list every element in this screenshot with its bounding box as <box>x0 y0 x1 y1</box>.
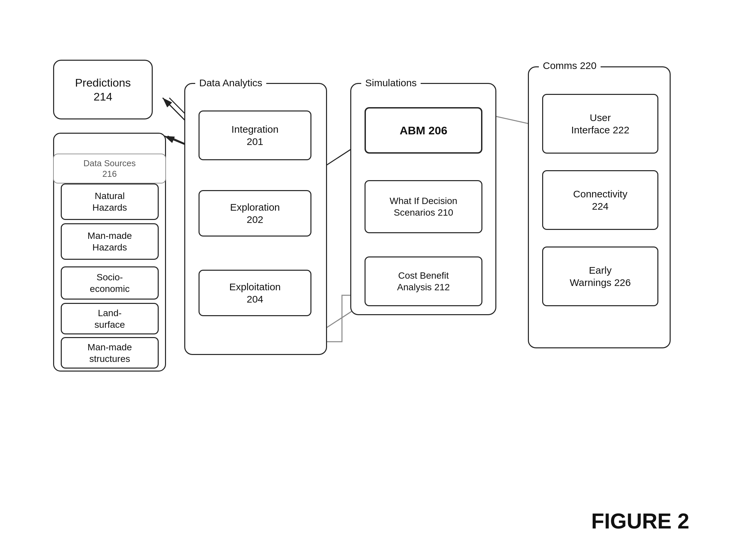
natural-hazards-box: Natural Hazards <box>61 183 159 220</box>
integration-box: Integration 201 <box>198 110 312 160</box>
comms-group: Comms 220 User Interface 222 Connectivit… <box>528 66 671 348</box>
socioeconomic-box: Socio- economic <box>61 266 159 299</box>
abm-box: ABM 206 <box>365 107 483 154</box>
comms-label: Comms 220 <box>539 60 601 71</box>
data-sources-box: Data Sources 216 <box>53 154 166 183</box>
exploration-box: Exploration 202 <box>198 190 312 237</box>
figure-label: FIGURE 2 <box>591 509 689 534</box>
data-analytics-group: Data Analytics Integration 201 Explorati… <box>184 83 327 355</box>
diagram: Predictions 214 Data Sources 216 Natural… <box>26 26 724 491</box>
manmade-hazards-box: Man-made Hazards <box>61 223 159 260</box>
what-if-box: What If Decision Scenarios 210 <box>365 180 483 233</box>
data-analytics-label: Data Analytics <box>195 77 266 89</box>
cost-benefit-box: Cost Benefit Analysis 212 <box>365 256 483 306</box>
land-surface-box: Land- surface <box>61 303 159 334</box>
manmade-structures-box: Man-made structures <box>61 337 159 368</box>
predictions-box: Predictions 214 <box>53 60 153 119</box>
simulations-group: Simulations ABM 206 What If Decision Sce… <box>350 83 496 315</box>
data-sources-group: Data Sources 216 Natural Hazards Man-mad… <box>53 133 166 372</box>
early-warnings-box: Early Warnings 226 <box>542 246 658 306</box>
user-interface-box: User Interface 222 <box>542 94 658 154</box>
exploitation-box: Exploitation 204 <box>198 270 312 316</box>
simulations-label: Simulations <box>361 77 421 89</box>
connectivity-box: Connectivity 224 <box>542 170 658 230</box>
